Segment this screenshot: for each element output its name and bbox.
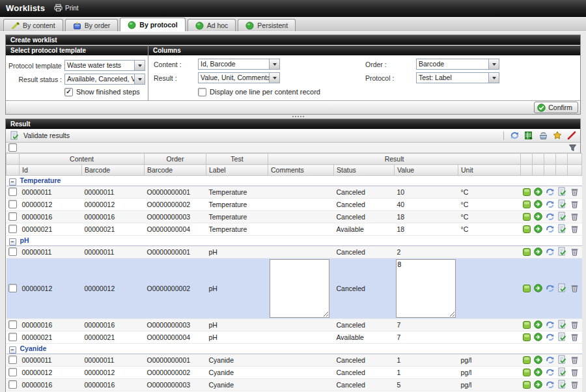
tab-by-content[interactable]: By content (3, 19, 63, 31)
redo-icon[interactable] (546, 212, 555, 221)
validate-icon[interactable] (557, 380, 566, 389)
delete-icon[interactable] (570, 247, 579, 256)
redo-icon[interactable] (546, 355, 555, 364)
table-row[interactable]: 0000001600000016O0000000003pHCanceled7 (7, 319, 582, 331)
delete-icon[interactable] (570, 355, 579, 364)
table-row[interactable]: 0000001600000016O0000000003CyanideCancel… (7, 379, 582, 391)
row-checkbox[interactable] (8, 247, 17, 256)
collapse-icon[interactable]: − (9, 238, 16, 245)
validate-icon[interactable] (557, 332, 566, 341)
show-finished-steps-checkbox[interactable]: ✓ (64, 88, 73, 96)
row-checkbox[interactable] (8, 380, 17, 389)
status-square-icon[interactable] (522, 380, 531, 389)
favorites-icon[interactable] (552, 130, 563, 141)
redo-icon[interactable] (546, 247, 555, 256)
delete-icon[interactable] (570, 367, 579, 376)
header-order[interactable]: Order (145, 154, 206, 165)
row-checkbox[interactable] (8, 356, 17, 364)
validate-icon[interactable] (557, 367, 566, 376)
value-editor[interactable]: 8 (396, 259, 456, 318)
header-test[interactable]: Test (206, 154, 268, 165)
redo-icon[interactable] (546, 320, 555, 329)
protocol-select[interactable]: Test: Label (416, 72, 499, 83)
export-icon[interactable] (523, 130, 534, 141)
collapse-icon[interactable]: − (9, 178, 16, 186)
status-square-icon[interactable] (522, 188, 531, 197)
delete-icon[interactable] (570, 332, 579, 341)
status-square-icon[interactable] (522, 356, 531, 365)
go-icon[interactable] (534, 283, 543, 292)
go-icon[interactable] (534, 199, 543, 208)
confirm-button[interactable]: Confirm (534, 102, 578, 113)
tab-by-protocol[interactable]: By protocol (120, 18, 185, 31)
row-checkbox[interactable] (8, 225, 17, 233)
status-square-icon[interactable] (522, 368, 531, 377)
display-one-line-checkbox[interactable] (198, 88, 206, 96)
validate-icon[interactable] (557, 212, 566, 221)
comments-editor[interactable] (270, 259, 329, 318)
content-select[interactable]: Id, Barcode (198, 59, 280, 70)
tab-ad-hoc[interactable]: Ad hoc (188, 19, 236, 31)
col-order-barcode[interactable]: Barcode (145, 165, 206, 176)
table-row[interactable]: 0000002100000021O0000000004pHAvailable7 (7, 331, 582, 344)
filter-icon[interactable] (567, 143, 578, 153)
validate-icon[interactable] (557, 320, 566, 329)
table-row[interactable]: 0000001200000012O0000000002CyanideCancel… (7, 367, 582, 379)
redo-icon[interactable] (546, 199, 555, 208)
delete-icon[interactable] (570, 380, 579, 389)
refresh-icon[interactable] (509, 130, 520, 141)
col-id[interactable]: Id (20, 165, 82, 176)
redo-icon[interactable] (546, 367, 555, 376)
col-status[interactable]: Status (334, 165, 395, 176)
print-button[interactable]: Print (54, 4, 79, 12)
go-icon[interactable] (534, 187, 543, 196)
table-row[interactable]: 0000001200000012O0000000002TemperatureCa… (7, 199, 582, 211)
validate-icon[interactable] (557, 199, 566, 208)
validate-icon[interactable] (557, 224, 566, 233)
row-checkbox[interactable] (8, 200, 17, 208)
order-select[interactable]: Barcode (416, 59, 499, 70)
row-checkbox[interactable] (8, 188, 17, 196)
row-checkbox[interactable] (8, 284, 17, 292)
protocol-template-select[interactable]: Waste water tests (64, 60, 145, 71)
delete-icon[interactable] (570, 212, 579, 221)
validate-icon[interactable] (557, 187, 566, 196)
table-row[interactable]: 0000001200000012O0000000002pHCanceled8 (7, 259, 582, 319)
clear-icon[interactable] (566, 130, 577, 141)
col-unit[interactable]: Unit (458, 165, 521, 176)
go-icon[interactable] (534, 224, 543, 233)
row-checkbox[interactable] (8, 368, 17, 376)
go-icon[interactable] (534, 247, 543, 256)
table-row[interactable]: 0000001600000016O0000000003TemperatureCa… (7, 211, 582, 223)
delete-icon[interactable] (570, 283, 579, 292)
validate-icon[interactable] (557, 283, 566, 292)
col-value[interactable]: Value (395, 165, 458, 176)
status-square-icon[interactable] (522, 200, 531, 209)
tab-persistent[interactable]: Persistent (238, 19, 296, 31)
go-icon[interactable] (534, 212, 543, 221)
validate-icon[interactable] (557, 247, 566, 256)
col-comments[interactable]: Comments (268, 165, 334, 176)
result-status-select[interactable]: Available, Canceled, Valid (64, 74, 145, 85)
go-icon[interactable] (534, 355, 543, 364)
validate-icon[interactable] (557, 355, 566, 364)
select-all-checkbox[interactable] (8, 143, 17, 152)
table-row[interactable]: 0000001100000011O0000000001pHCanceled2 (7, 246, 582, 259)
delete-icon[interactable] (570, 199, 579, 208)
go-icon[interactable] (534, 380, 543, 389)
table-row[interactable]: 0000001100000011O0000000001CyanideCancel… (7, 354, 582, 367)
header-result[interactable]: Result (268, 154, 521, 165)
validate-results-button[interactable]: Validate results (23, 132, 70, 139)
status-square-icon[interactable] (522, 320, 531, 329)
print-basket-icon[interactable] (538, 130, 548, 141)
table-row[interactable]: 0000002100000021O0000000004TemperatureAv… (7, 223, 582, 236)
delete-icon[interactable] (570, 187, 579, 196)
row-checkbox[interactable] (8, 320, 17, 329)
result-columns-select[interactable]: Value, Unit, Comments, S (198, 72, 280, 83)
status-square-icon[interactable] (522, 284, 531, 293)
col-label[interactable]: Label (206, 165, 268, 176)
delete-icon[interactable] (570, 320, 579, 329)
collapse-icon[interactable]: − (9, 346, 16, 354)
status-square-icon[interactable] (522, 247, 531, 257)
redo-icon[interactable] (546, 187, 555, 196)
